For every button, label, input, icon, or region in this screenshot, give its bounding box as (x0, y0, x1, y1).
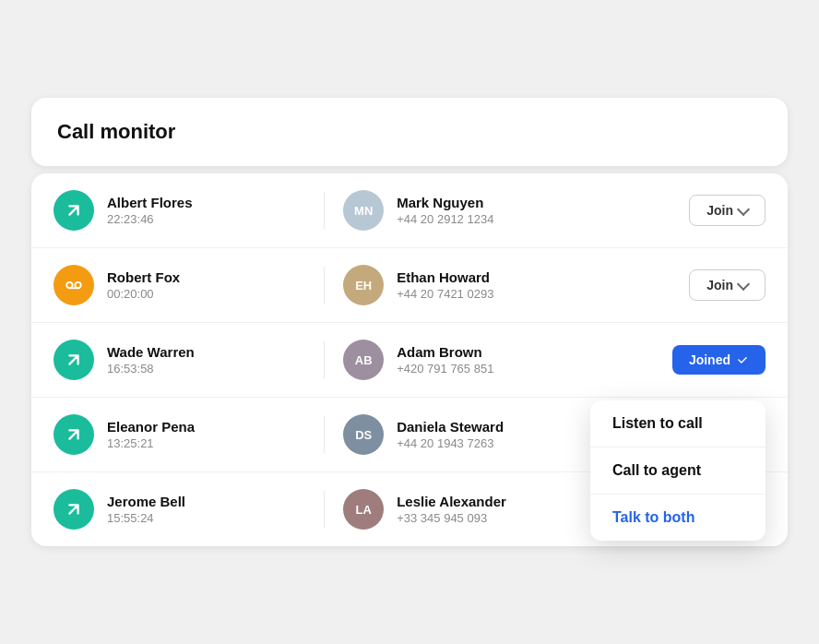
action-area: Join (646, 269, 766, 301)
customer-phone: +44 20 7421 0293 (397, 287, 493, 301)
customer-name: Ethan Howard (397, 269, 493, 285)
agent-info: Jerome Bell 15:55:24 (107, 494, 185, 525)
agent-time: 00:20:00 (107, 287, 180, 301)
page-title: Call monitor (57, 120, 762, 144)
divider (324, 416, 325, 453)
customer-phone: +44 20 2912 1234 (397, 212, 493, 226)
customer-name: Adam Brown (397, 344, 493, 360)
call-to-agent-item[interactable]: Call to agent (590, 447, 766, 495)
header-card: Call monitor (31, 98, 788, 166)
agent-section: Jerome Bell 15:55:24 (53, 489, 305, 530)
customer-initials: AB (355, 353, 373, 367)
agent-time: 22:23:46 (107, 212, 193, 226)
call-row: Wade Warren 16:53:58 AB Adam Brown +420 … (31, 323, 788, 398)
join-button[interactable]: Join (689, 269, 766, 301)
customer-section: AB Adam Brown +420 791 765 851 (343, 340, 646, 380)
agent-name: Eleanor Pena (107, 419, 195, 435)
app-wrapper: Call monitor Albert Flores 22:23:46 MN (31, 98, 788, 546)
chevron-down-icon (737, 202, 750, 215)
agent-time: 15:55:24 (107, 511, 185, 525)
agent-avatar (53, 414, 94, 455)
customer-initials: EH (355, 279, 372, 292)
dropdown-menu: Listen to call Call to agent Talk to bot… (590, 400, 766, 541)
customer-photo: MN (343, 190, 384, 231)
svg-point-1 (75, 282, 80, 288)
arrow-up-right-icon (64, 499, 84, 519)
customer-name: Mark Nguyen (397, 195, 493, 210)
call-row: Robert Fox 00:20:00 EH Ethan Howard +44 … (31, 248, 788, 323)
customer-initials: MN (354, 204, 373, 218)
customer-photo: AB (343, 340, 384, 380)
customer-photo: DS (343, 414, 384, 455)
agent-section: Wade Warren 16:53:58 (53, 340, 305, 380)
agent-avatar (53, 190, 94, 231)
agent-info: Albert Flores 22:23:46 (107, 195, 193, 226)
agent-avatar (53, 265, 94, 305)
agent-name: Wade Warren (107, 344, 195, 360)
joined-button[interactable]: Joined (672, 345, 766, 375)
listen-to-call-item[interactable]: Listen to call (590, 400, 766, 447)
customer-phone: +420 791 765 851 (397, 362, 493, 376)
customer-name: Daniela Steward (397, 419, 504, 435)
customer-photo: LA (343, 489, 384, 530)
voicemail-icon (64, 275, 84, 295)
customer-phone: +33 345 945 093 (397, 511, 506, 525)
agent-time: 13:25:21 (107, 436, 195, 450)
join-button[interactable]: Join (689, 195, 766, 226)
customer-initials: DS (355, 428, 372, 442)
chevron-down-icon (737, 277, 750, 290)
customer-photo: EH (343, 265, 384, 305)
arrow-up-right-icon (64, 350, 84, 370)
arrow-up-right-icon (64, 424, 84, 445)
customer-info: Leslie Alexander +33 345 945 093 (397, 494, 506, 525)
action-area: Joined Listen to call Call to agent Talk… (646, 345, 766, 375)
customer-info: Adam Brown +420 791 765 851 (397, 344, 493, 376)
customer-info: Mark Nguyen +44 20 2912 1234 (397, 195, 493, 226)
talk-to-both-item[interactable]: Talk to both (590, 495, 766, 541)
call-row: Albert Flores 22:23:46 MN Mark Nguyen +4… (31, 173, 788, 248)
agent-section: Eleanor Pena 13:25:21 (53, 414, 305, 455)
joined-label: Joined (689, 352, 730, 367)
agent-name: Albert Flores (107, 195, 193, 210)
customer-initials: LA (356, 503, 372, 517)
agent-section: Robert Fox 00:20:00 (53, 265, 305, 305)
agent-avatar (53, 340, 94, 380)
agent-section: Albert Flores 22:23:46 (53, 190, 305, 231)
customer-section: MN Mark Nguyen +44 20 2912 1234 (343, 190, 646, 231)
call-monitor-list: Albert Flores 22:23:46 MN Mark Nguyen +4… (31, 173, 788, 546)
join-label: Join (706, 278, 733, 292)
customer-section: EH Ethan Howard +44 20 7421 0293 (343, 265, 646, 305)
join-label: Join (706, 203, 733, 218)
checkmark-icon (736, 353, 749, 366)
agent-info: Eleanor Pena 13:25:21 (107, 419, 195, 450)
divider (324, 192, 325, 229)
divider (324, 491, 325, 528)
svg-point-0 (66, 282, 72, 288)
customer-name: Leslie Alexander (397, 494, 506, 509)
customer-info: Ethan Howard +44 20 7421 0293 (397, 269, 493, 301)
agent-avatar (53, 489, 94, 530)
customer-phone: +44 20 1943 7263 (397, 436, 504, 450)
arrow-up-right-icon (64, 200, 84, 221)
action-area: Join (646, 195, 766, 226)
divider (324, 341, 325, 378)
divider (324, 267, 325, 304)
agent-time: 16:53:58 (107, 362, 195, 376)
agent-name: Robert Fox (107, 269, 180, 285)
agent-info: Wade Warren 16:53:58 (107, 344, 195, 376)
customer-info: Daniela Steward +44 20 1943 7263 (397, 419, 504, 450)
agent-info: Robert Fox 00:20:00 (107, 269, 180, 301)
agent-name: Jerome Bell (107, 494, 185, 509)
